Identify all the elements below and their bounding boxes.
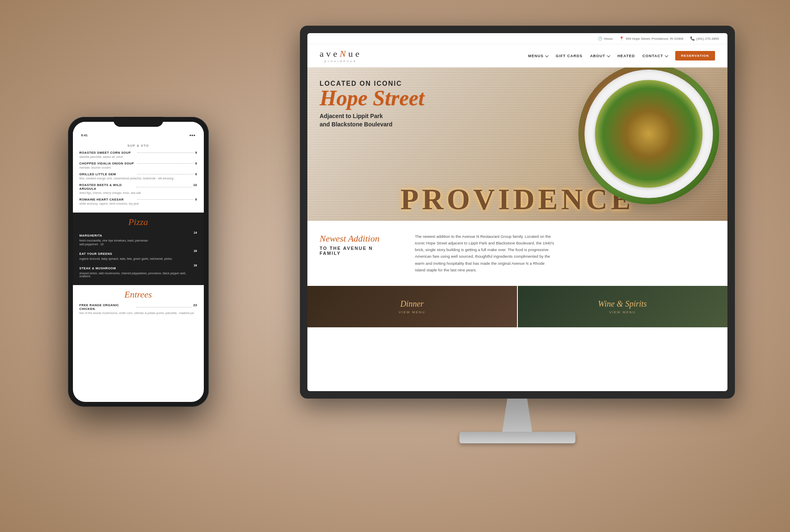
phone-pizza-item-2: 18 EAT YOUR GREENS organic broccoli, bab… — [80, 249, 197, 260]
phone-soups-section: Sup & Sto ROASTED SWEET CORN SOUP 9 dani… — [73, 140, 204, 213]
phone-content: Sup & Sto ROASTED SWEET CORN SOUP 9 dani… — [73, 140, 204, 395]
soup-item-name-4: ROASTED BEETS & WILD ARUGULA — [80, 183, 135, 191]
soup-item-dots-4 — [136, 187, 192, 187]
hours-label: Hours — [604, 37, 613, 41]
menu-cards: Dinner View Menu Wine & Spirits View Men… — [307, 286, 727, 327]
phone-soup-item-2: CHOPPED VIDALIA ONION SOUP 9 marsale, bo… — [80, 162, 197, 169]
hero-adjacent-text: Adjacent to Lippit Parkand Blackstone Bo… — [320, 112, 425, 128]
site-header: aveNue providence MENUS GIFT CARDS — [307, 44, 727, 68]
address-text: 959 Hope Street, Providence, RI 02906 — [626, 37, 684, 41]
entree-name-1: FREE RANGE ORGANIC CHICKEN — [80, 303, 135, 311]
soup-item-desc-1: daniella pancetta, adobo ali, chive — [80, 155, 197, 158]
nav-item-menus[interactable]: MENUS — [528, 54, 548, 58]
phone-soups-title: Sup & Sto — [80, 144, 197, 148]
phone-frame: 9:41 ●●● Sup & Sto ROASTED SWEET CORN SO… — [68, 117, 209, 407]
wine-card-title: Wine & Spirits — [598, 299, 647, 309]
pizza-price-3: 18 — [193, 264, 197, 267]
menu-card-wine[interactable]: Wine & Spirits View Menu — [518, 286, 727, 327]
soup-item-desc-2: marsale, boursin crostini — [80, 166, 197, 169]
logo-text: aveNue — [320, 48, 362, 59]
phone-entrees-section: Entrees FREE RANGE ORGANIC CHICKEN 23 he… — [73, 285, 204, 322]
hero-street-text: Hope Street — [320, 87, 425, 109]
hero-food-image — [578, 68, 719, 204]
pizza-desc-2: organic broccoli, baby spinach, kale, fe… — [80, 257, 197, 260]
pizza-desc-3: shaved sirloin, wild mushrooms, charred … — [80, 272, 197, 278]
soup-item-dots-3 — [137, 174, 193, 174]
phone-pizza-item-1: 14 MARGHERITA fresh mozzarella, vine rip… — [80, 231, 197, 246]
pizza-add-pepperoni: add pepperoni 16 — [80, 243, 197, 246]
phone-notch — [114, 117, 163, 127]
soup-item-price-3: 9 — [195, 172, 197, 176]
food-circle — [578, 68, 719, 204]
phone-soup-item-4: ROASTED BEETS & WILD ARUGULA 10 dried fi… — [80, 183, 197, 194]
phone-soup-item-3: GRILLED LITTLE GEM 9 feta, candied orang… — [80, 172, 197, 180]
soup-item-price-1: 9 — [195, 151, 197, 155]
pizza-name-3: STEAK & MUSHROOM — [80, 266, 116, 270]
monitor-screen: Hours 959 Hope Street, Providence, RI 02… — [307, 33, 727, 391]
soup-item-name-1: ROASTED SWEET CORN SOUP — [80, 151, 136, 155]
entree-desc-1: hen of the woods mushrooms, smith corn, … — [80, 312, 197, 314]
pizza-price-2: 18 — [193, 249, 197, 253]
soup-item-dots-2 — [137, 163, 193, 164]
reservation-button[interactable]: RESERVATION — [675, 51, 715, 60]
site-nav: MENUS GIFT CARDS ABOUT HEATE — [528, 51, 715, 60]
address-info: 959 Hope Street, Providence, RI 02906 — [619, 36, 684, 41]
pizza-name-2: EAT YOUR GREENS — [80, 252, 112, 256]
phone-screen: 9:41 ●●● Sup & Sto ROASTED SWEET CORN SO… — [73, 122, 204, 402]
nav-item-about[interactable]: ABOUT — [590, 54, 610, 58]
phone: 9:41 ●●● Sup & Sto ROASTED SWEET CORN SO… — [68, 117, 209, 490]
phone-text: (401) 270-3895 — [696, 37, 719, 41]
scene: Hours 959 Hope Street, Providence, RI 02… — [43, 17, 747, 515]
soup-item-desc-5: white anchovy, capers, herb croutons, dr… — [80, 202, 197, 205]
hero-content: LOCATED ON ICONIC Hope Street Adjacent t… — [320, 80, 425, 128]
pizza-name-1: MARGHERITA — [80, 234, 102, 237]
info-to-family-text: TO THE AVENUE NFAMILY — [320, 246, 403, 256]
hero-section: LOCATED ON ICONIC Hope Street Adjacent t… — [307, 68, 727, 221]
soup-item-price-5: 9 — [195, 198, 197, 201]
phone-time: 9:41 — [81, 133, 88, 137]
chevron-down-icon — [607, 53, 610, 57]
nav-item-gift-cards[interactable]: GIFT CARDS — [556, 54, 582, 58]
dinner-card-label: Dinner View Menu — [307, 286, 517, 327]
soup-item-desc-3: feta, candied orange zest, caramelized p… — [80, 177, 197, 180]
soup-item-dots-5 — [137, 199, 193, 200]
wine-card-label: Wine & Spirits View Menu — [518, 286, 727, 327]
soup-item-price-2: 9 — [195, 162, 197, 165]
topbar-info: Hours 959 Hope Street, Providence, RI 02… — [598, 36, 719, 41]
dinner-card-sub: View Menu — [399, 310, 425, 314]
logo-subtext: providence — [324, 59, 357, 63]
monitor: Hours 959 Hope Street, Providence, RI 02… — [300, 26, 735, 481]
soup-item-desc-4: dried figs, chevre, sherry vinegar, evoo… — [80, 191, 197, 194]
menu-card-dinner[interactable]: Dinner View Menu — [307, 286, 517, 327]
website-topbar: Hours 959 Hope Street, Providence, RI 02… — [307, 33, 727, 44]
phone-info: (401) 270-3895 — [690, 36, 719, 41]
clock-icon — [598, 36, 602, 41]
phone-pizza-section: Pizza 14 MARGHERITA fresh mozzarella, vi… — [73, 213, 204, 285]
hours-info: Hours — [598, 36, 613, 41]
wine-card-sub: View Menu — [609, 310, 635, 314]
chevron-down-icon — [665, 53, 668, 57]
nav-item-heated[interactable]: HEATED — [617, 54, 635, 58]
phone-soup-item-5: ROMAINE HEART CAESAR 9 white anchovy, ca… — [80, 198, 197, 205]
info-left: Newest Addition TO THE AVENUE NFAMILY — [320, 233, 403, 256]
phone-icon — [690, 36, 695, 41]
phone-pizza-item-3: 18 STEAK & MUSHROOM shaved sirloin, wild… — [80, 264, 197, 278]
monitor-stand-base — [459, 432, 575, 443]
soup-item-price-4: 10 — [193, 183, 197, 187]
logo[interactable]: aveNue providence — [320, 48, 362, 63]
entree-price-1: 23 — [193, 303, 197, 307]
phone-signal: ●●● — [189, 133, 196, 137]
soup-item-name-5: ROMAINE HEART CAESAR — [80, 198, 136, 201]
soup-item-name-3: GRILLED LITTLE GEM — [80, 172, 136, 176]
info-section: Newest Addition TO THE AVENUE NFAMILY Th… — [307, 221, 727, 286]
pin-icon — [619, 36, 624, 41]
phone-soup-item-1: ROASTED SWEET CORN SOUP 9 daniella pance… — [80, 151, 197, 158]
soup-item-dots-1 — [137, 152, 193, 153]
monitor-stand-neck — [501, 399, 534, 432]
dinner-card-title: Dinner — [400, 299, 424, 309]
website: Hours 959 Hope Street, Providence, RI 02… — [307, 33, 727, 391]
entree-dots-1 — [136, 307, 192, 307]
pizza-desc-1: fresh mozzarella, vine ripe tomatoes, ba… — [80, 239, 197, 242]
info-body-text: The newest addition to the Avenue N Rest… — [415, 233, 556, 273]
nav-item-contact[interactable]: CONTACT — [643, 54, 668, 58]
